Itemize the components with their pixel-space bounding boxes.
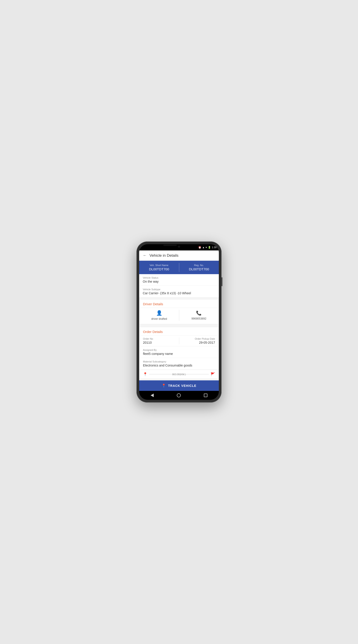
time-display: 1:30 <box>212 246 217 249</box>
nav-bar <box>139 391 219 400</box>
short-name-label: Veh. Short Name <box>139 264 179 266</box>
order-no-pickup-row: Order No 20110 Order Pickup Date 29-05-2… <box>139 336 219 346</box>
order-no-value: 20110 <box>143 341 175 344</box>
assigned-by-value: fleet5 company name <box>143 352 215 356</box>
page-title: Vehicle in Details <box>149 253 178 258</box>
reg-no-label: Reg. No. <box>179 264 219 266</box>
side-button <box>221 277 222 286</box>
short-name-col: Veh. Short Name DL00TDT700 <box>139 264 179 271</box>
vehicle-status-row: Vehicle Status On the way <box>139 274 219 286</box>
short-name-value: DL00TDT700 <box>139 267 179 271</box>
nav-back-button[interactable] <box>151 394 154 397</box>
track-vehicle-button[interactable]: 📍 TRACK VEHICLE <box>139 380 219 391</box>
vehicle-subtype-label: Vehicle Subtype <box>143 288 215 291</box>
back-button[interactable]: ← <box>143 253 147 258</box>
vehicle-status-value: On the way <box>143 280 215 283</box>
nav-recent-button[interactable] <box>204 394 207 397</box>
phone-camera <box>178 246 180 248</box>
driver-name-col: 👤 driver drafted <box>139 310 179 320</box>
location-start-icon: 📍 <box>143 372 147 376</box>
phone-screen: ⏰ ▲ ▾ 🔋 1:30 ← Vehicle in Details Veh. S… <box>139 244 219 400</box>
reg-no-value: DL00TDT700 <box>179 267 219 271</box>
driver-phone-col: 📞 9969053892 <box>179 310 219 320</box>
assigned-by-row: Assigned By fleet5 company name <box>139 346 219 358</box>
phone-speaker <box>163 245 177 246</box>
pickup-date-value: 29-05-2017 <box>183 341 215 344</box>
vehicle-header-bar: Veh. Short Name DL00TDT700 Reg. No. DL00… <box>139 261 219 274</box>
driver-details-card: Driver Details 👤 driver drafted 📞 996905… <box>139 299 219 324</box>
order-details-title: Order Details <box>139 327 219 336</box>
signal-icon: ▲ <box>202 246 205 249</box>
vehicle-status-label: Vehicle Status <box>143 276 215 279</box>
nav-home-button[interactable] <box>177 393 181 397</box>
material-value: Electronics and Consumable goods <box>143 364 215 367</box>
vehicle-subtype-value: Car Carrier- (35x 8 x13) -10 Wheel <box>143 291 215 295</box>
battery-icon: 🔋 <box>208 246 211 249</box>
app-header: ← Vehicle in Details <box>139 250 219 261</box>
order-no-label: Order No <box>143 338 175 340</box>
distance-row: 📍 863.00(KM.) 🚩 <box>139 370 219 378</box>
pickup-date-label: Order Pickup Date <box>183 338 215 340</box>
flag-icon: 🚩 <box>211 372 215 376</box>
person-icon: 👤 <box>156 310 162 316</box>
distance-label: 863.00(KM.) <box>172 373 186 376</box>
pickup-date-col: Order Pickup Date 29-05-2017 <box>179 336 219 346</box>
material-label: Material Subcategory <box>143 360 215 363</box>
assigned-by-label: Assigned By <box>143 348 215 351</box>
vehicle-subtype-row: Vehicle Subtype Car Carrier- (35x 8 x13)… <box>139 286 219 298</box>
order-no-col: Order No 20110 <box>139 336 179 346</box>
phone-icon: 📞 <box>196 310 202 316</box>
vehicle-status-section: Vehicle Status On the way Vehicle Subtyp… <box>139 274 219 298</box>
app-content: ← Vehicle in Details Veh. Short Name DL0… <box>139 250 219 391</box>
track-btn-label: TRACK VEHICLE <box>168 384 196 388</box>
material-row: Material Subcategory Electronics and Con… <box>139 358 219 370</box>
driver-name: driver drafted <box>151 317 167 320</box>
reg-no-col: Reg. No. DL00TDT700 <box>179 264 219 271</box>
wifi-icon: ▾ <box>206 246 207 249</box>
driver-phone: 9969053892 <box>191 317 206 320</box>
order-details-card: Order Details Order No 20110 Order Picku… <box>139 327 219 379</box>
alarm-icon: ⏰ <box>198 246 201 249</box>
phone-frame: ⏰ ▲ ▾ 🔋 1:30 ← Vehicle in Details Veh. S… <box>137 242 221 402</box>
track-icon: 📍 <box>162 384 166 388</box>
distance-line: 863.00(KM.) <box>149 374 209 374</box>
driver-details-title: Driver Details <box>139 300 219 308</box>
driver-info-row: 👤 driver drafted 📞 9969053892 <box>139 308 219 324</box>
